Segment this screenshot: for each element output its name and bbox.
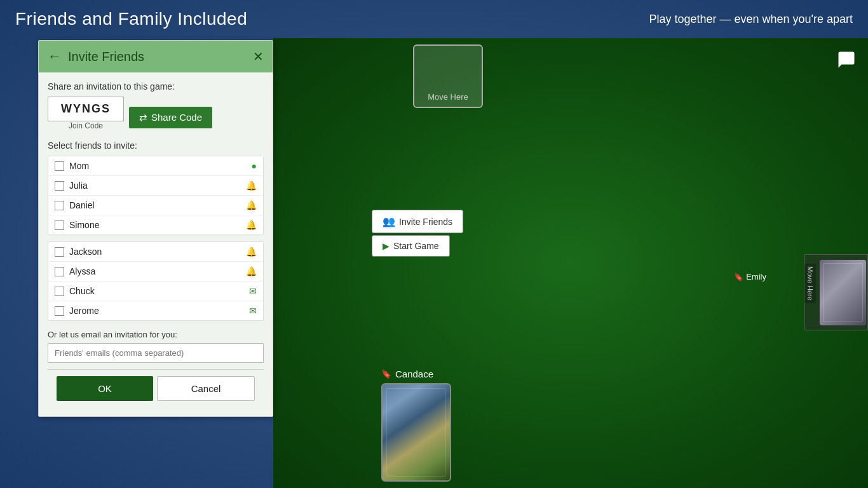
email-invite-label: Or let us email an invitation for you: — [48, 330, 264, 339]
mail-icon-chuck: ✉ — [249, 286, 257, 296]
invite-panel-title: Invite Friends — [68, 50, 144, 64]
tagline: Play together — even when you're apart — [649, 13, 853, 26]
friend-name-mom: Mom — [69, 161, 247, 171]
emily-card — [819, 259, 867, 326]
candace-card — [381, 383, 451, 482]
app-title: Friends and Family Included — [15, 9, 247, 29]
friend-row-simone: Simone 🔔 — [48, 215, 263, 234]
join-code-display: WYNGS — [48, 97, 124, 121]
friend-name-alyssa: Alyssa — [69, 266, 241, 276]
friend-name-daniel: Daniel — [69, 200, 241, 210]
friend-name-jackson: Jackson — [69, 247, 241, 257]
friend-checkbox-daniel[interactable] — [55, 201, 64, 210]
friend-row-julia: Julia 🔔 — [48, 176, 263, 196]
invite-friends-label: Invite Friends — [399, 217, 452, 227]
bell-icon-julia: 🔔 — [246, 180, 257, 191]
close-button[interactable]: ✕ — [253, 49, 264, 64]
invite-panel: ← Invite Friends ✕ Share an invitation t… — [38, 40, 273, 417]
start-game-label: Start Game — [393, 241, 439, 251]
bell-icon-simone: 🔔 — [246, 220, 257, 230]
top-bar: Friends and Family Included Play togethe… — [0, 0, 868, 38]
friend-row-jerome: Jerome ✉ — [48, 301, 263, 320]
email-input[interactable] — [48, 343, 264, 363]
friend-name-jerome: Jerome — [69, 306, 244, 316]
friend-checkbox-jerome[interactable] — [55, 306, 64, 316]
friend-row-jackson: Jackson 🔔 — [48, 242, 263, 262]
share-code-button[interactable]: ⇄ Share Code — [129, 107, 212, 128]
add-person-icon: 👥 — [383, 215, 395, 227]
button-row: OK Cancel — [48, 376, 264, 410]
move-here-top-card[interactable]: Move Here — [413, 44, 483, 108]
online-status-icon-mom: ● — [252, 161, 257, 171]
bell-icon-daniel: 🔔 — [246, 200, 257, 210]
join-code-sub-label: Join Code — [48, 121, 124, 130]
play-icon: ▶ — [383, 241, 390, 251]
invite-panel-header: ← Invite Friends ✕ — [39, 41, 273, 72]
friend-name-julia: Julia — [69, 180, 241, 191]
join-code-row: WYNGS Join Code ⇄ Share Code — [48, 97, 264, 138]
select-friends-label: Select friends to invite: — [48, 140, 264, 151]
share-icon: ⇄ — [139, 112, 147, 123]
friend-checkbox-julia[interactable] — [55, 181, 64, 191]
start-game-button[interactable]: ▶ Start Game — [372, 235, 450, 257]
friend-checkbox-mom[interactable] — [55, 161, 64, 171]
candace-name-label: 🔖 Candace — [381, 369, 451, 379]
move-here-top-label: Move Here — [428, 92, 468, 102]
email-section: Or let us email an invitation for you: O… — [39, 327, 273, 416]
mail-icon-jerome: ✉ — [249, 306, 257, 316]
friend-row-chuck: Chuck ✉ — [48, 281, 263, 301]
friend-row-alyssa: Alyssa 🔔 — [48, 262, 263, 281]
ok-button[interactable]: OK — [57, 376, 153, 401]
bell-icon-jackson: 🔔 — [246, 247, 257, 257]
candace-player-area: 🔖 Candace — [381, 369, 451, 482]
share-invitation-label: Share an invitation to this game: — [48, 81, 264, 92]
invite-panel-body: Share an invitation to this game: WYNGS … — [39, 72, 273, 327]
friend-row-mom: Mom ● — [48, 156, 263, 176]
friend-row-daniel: Daniel 🔔 — [48, 196, 263, 215]
friend-name-simone: Simone — [69, 220, 241, 230]
friends-group-2: Jackson 🔔 Alyssa 🔔 Chuck ✉ Jerome ✉ — [48, 241, 264, 321]
friend-checkbox-chuck[interactable] — [55, 287, 64, 296]
divider — [48, 369, 264, 370]
header-left: ← Invite Friends — [48, 48, 144, 65]
emily-name-label: 🔖 Emily — [734, 272, 766, 281]
emily-move-here-label: Move Here — [804, 264, 816, 303]
friend-checkbox-simone[interactable] — [55, 220, 64, 230]
back-arrow-button[interactable]: ← — [48, 48, 62, 65]
bell-icon-alyssa: 🔔 — [246, 266, 257, 276]
friends-group-1: Mom ● Julia 🔔 Daniel 🔔 Simone 🔔 — [48, 156, 264, 235]
cancel-button[interactable]: Cancel — [157, 376, 255, 401]
friend-checkbox-jackson[interactable] — [55, 247, 64, 257]
invite-friends-button[interactable]: 👥 Invite Friends — [372, 210, 463, 233]
friend-name-chuck: Chuck — [69, 286, 244, 296]
game-area: Move Here 👥 Invite Friends ▶ Start Game … — [273, 38, 868, 488]
chat-icon[interactable] — [834, 47, 859, 72]
friend-checkbox-alyssa[interactable] — [55, 267, 64, 276]
